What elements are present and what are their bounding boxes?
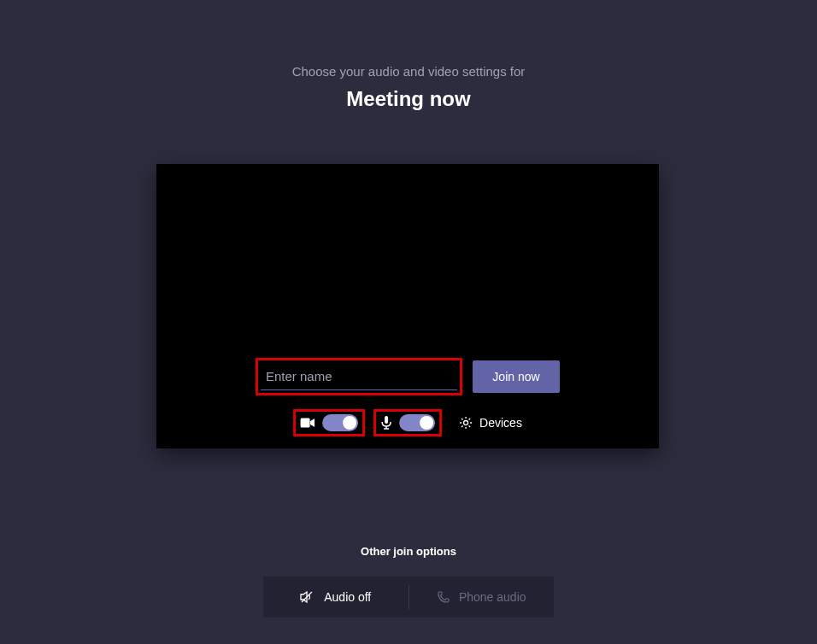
join-now-button[interactable]: Join now xyxy=(473,360,560,393)
mic-toggle-highlight xyxy=(373,409,442,436)
video-preview-panel: Join now xyxy=(156,164,659,448)
audio-off-label: Audio off xyxy=(324,590,371,604)
camera-toggle[interactable] xyxy=(322,414,358,431)
toggle-knob xyxy=(420,416,433,430)
devices-label: Devices xyxy=(479,416,522,430)
toggle-knob xyxy=(343,416,356,430)
speaker-off-icon xyxy=(300,590,315,604)
other-options-title: Other join options xyxy=(263,545,554,558)
header-subtitle: Choose your audio and video settings for xyxy=(0,64,817,79)
camera-icon xyxy=(300,417,315,429)
svg-rect-0 xyxy=(301,419,310,428)
name-input[interactable] xyxy=(261,363,457,390)
phone-icon xyxy=(437,590,450,604)
phone-audio-label: Phone audio xyxy=(459,590,526,604)
other-options-row: Audio off Phone audio xyxy=(263,577,554,618)
svg-rect-1 xyxy=(385,416,388,424)
page-title: Meeting now xyxy=(0,87,817,111)
phone-audio-button[interactable]: Phone audio xyxy=(409,577,555,618)
svg-point-4 xyxy=(464,421,468,425)
mic-toggle[interactable] xyxy=(399,414,435,431)
gear-icon xyxy=(459,416,473,430)
audio-off-button[interactable]: Audio off xyxy=(263,577,408,618)
camera-toggle-highlight xyxy=(293,409,365,436)
microphone-icon xyxy=(380,415,392,430)
devices-button[interactable]: Devices xyxy=(459,416,522,430)
name-input-highlight xyxy=(256,358,462,395)
